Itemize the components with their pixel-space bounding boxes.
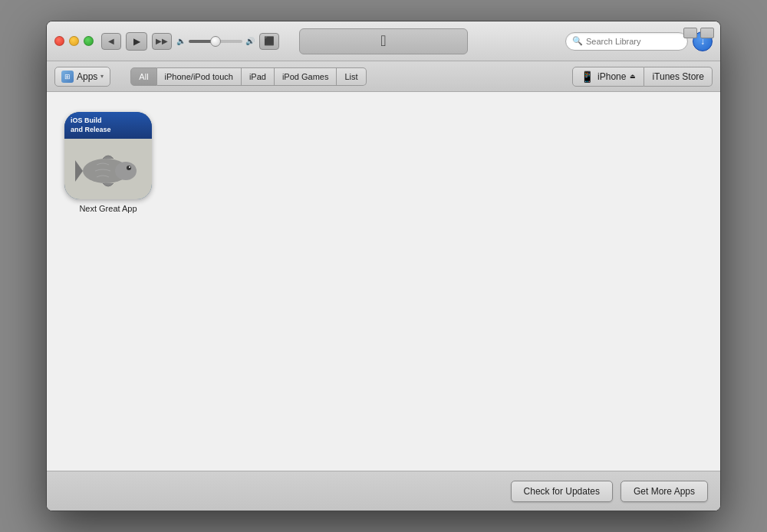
volume-low-icon: 🔈: [176, 37, 186, 45]
app-icon-symbol: ⊞: [64, 73, 71, 80]
filter-ipad-button[interactable]: iPad: [242, 67, 275, 86]
traffic-lights: [54, 36, 94, 46]
iphone-icon: 📱: [581, 71, 594, 83]
filter-group: All iPhone/iPod touch iPad iPod Games Li…: [130, 67, 366, 86]
airplay-button[interactable]: ⬛: [259, 33, 279, 50]
titlebar: ◀ ▶ ▶▶ 🔈 🔊 ⬛ : [47, 21, 720, 61]
back-icon: ◀: [108, 37, 114, 45]
collapse-button[interactable]: [683, 28, 697, 38]
volume-slider[interactable]: 🔈 🔊: [176, 37, 255, 45]
playback-controls: ◀ ▶ ▶▶ 🔈 🔊 ⬛: [101, 32, 279, 51]
store-label: iTunes Store: [652, 71, 704, 82]
filter-ipodgames-button[interactable]: iPod Games: [275, 67, 337, 86]
play-icon: ▶: [133, 36, 140, 47]
fish-svg: [74, 146, 143, 192]
airplay-icon: ⬛: [264, 36, 275, 46]
filter-all-button[interactable]: All: [130, 67, 156, 86]
search-icon: 🔍: [572, 36, 583, 46]
app-icon-header-line2: and Release: [71, 126, 146, 135]
volume-track[interactable]: [189, 40, 242, 43]
itunes-store-button[interactable]: iTunes Store: [644, 67, 713, 87]
apple-logo-icon: : [380, 32, 386, 50]
app-icon-header: iOS Build and Release: [64, 112, 152, 139]
apps-dropdown-button[interactable]: ⊞ Apps ▾: [54, 67, 110, 87]
app-icon-header-line1: iOS Build: [71, 117, 146, 126]
apps-chevron-icon: ▾: [100, 73, 104, 80]
iphone-label: iPhone: [597, 71, 626, 82]
window-resize-controls: [683, 28, 714, 38]
apps-label: Apps: [77, 71, 97, 82]
toolbar: ⊞ Apps ▾ All iPhone/iPod touch iPad iPod…: [47, 61, 720, 92]
forward-icon: ▶▶: [156, 37, 168, 45]
app-name-label: Next Great App: [79, 204, 137, 213]
svg-point-4: [129, 166, 130, 168]
volume-high-icon: 🔊: [245, 37, 255, 45]
app-item[interactable]: iOS Build and Release: [62, 107, 154, 218]
itunes-window: ◀ ▶ ▶▶ 🔈 🔊 ⬛ : [46, 21, 721, 511]
maximize-button[interactable]: [84, 36, 94, 46]
itunes-tab: : [299, 28, 468, 54]
minimize-button[interactable]: [69, 36, 79, 46]
filter-iphone-button[interactable]: iPhone/iPod touch: [157, 67, 242, 86]
app-icon-body: [64, 139, 152, 199]
fish-illustration: [64, 139, 152, 199]
titlebar-center: : [299, 28, 468, 54]
get-more-apps-button[interactable]: Get More Apps: [621, 481, 708, 502]
svg-point-3: [127, 166, 131, 170]
close-button[interactable]: [54, 36, 64, 46]
back-button[interactable]: ◀: [101, 33, 121, 50]
svg-point-2: [115, 162, 137, 180]
search-input[interactable]: [586, 37, 692, 46]
iphone-device-button[interactable]: 📱 iPhone ⏏: [572, 67, 644, 87]
zoom-button[interactable]: [700, 28, 714, 38]
apps-icon: ⊞: [61, 71, 74, 83]
app-icon-thumbnail: iOS Build and Release: [64, 112, 152, 199]
search-box[interactable]: 🔍: [565, 32, 688, 51]
device-group: 📱 iPhone ⏏ iTunes Store: [572, 67, 713, 87]
svg-marker-1: [75, 160, 83, 182]
volume-thumb[interactable]: [210, 36, 221, 47]
play-button[interactable]: ▶: [126, 32, 147, 51]
filter-list-button[interactable]: List: [337, 67, 366, 86]
bottom-bar: Check for Updates Get More Apps: [47, 471, 720, 511]
eject-icon: ⏏: [630, 73, 636, 80]
main-content: iOS Build and Release: [47, 92, 720, 471]
forward-button[interactable]: ▶▶: [152, 33, 172, 50]
check-updates-button[interactable]: Check for Updates: [511, 481, 613, 502]
